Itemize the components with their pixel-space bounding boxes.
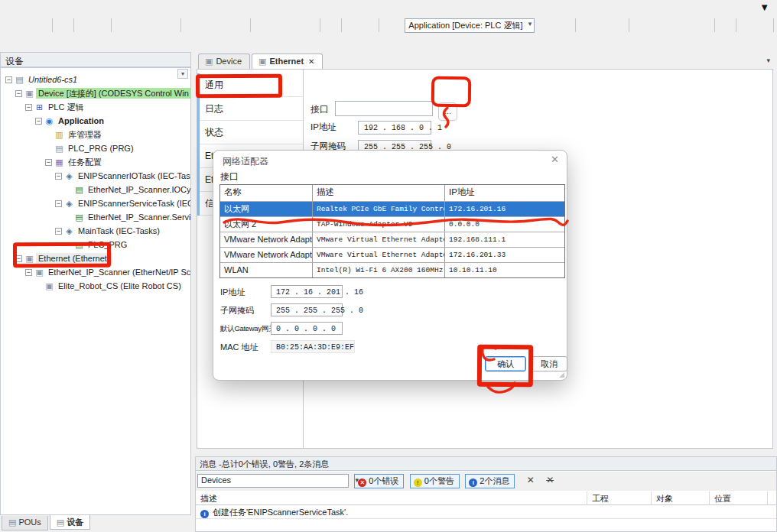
editor-tab[interactable]: ▣Ethernet✕: [252, 54, 323, 69]
paste-icon[interactable]: [146, 18, 162, 34]
clear-message-icon[interactable]: ✕: [527, 474, 535, 485]
tree-item[interactable]: −▣Device [连接的] (CODESYS Control Win V3 x…: [1, 86, 191, 100]
tree-item[interactable]: −▦任务配置: [1, 155, 191, 169]
expand-toggle-icon[interactable]: −: [55, 228, 62, 235]
tree-item[interactable]: −▤PLC_PRG (PRG): [1, 141, 191, 155]
find-icon[interactable]: [184, 18, 200, 34]
close-icon[interactable]: ✕: [551, 154, 559, 165]
logout-icon[interactable]: [557, 18, 573, 34]
close-icon[interactable]: ✕: [308, 57, 314, 66]
panel-bottom-tab[interactable]: ▤POUs: [2, 516, 48, 530]
tree-item[interactable]: −⊞PLC 逻辑: [1, 100, 191, 114]
expand-toggle-icon[interactable]: −: [25, 104, 32, 111]
menu-item[interactable]: [55, 0, 73, 15]
save-icon[interactable]: [34, 18, 50, 34]
open-file-icon[interactable]: [18, 18, 34, 34]
bookmark-prev-icon[interactable]: [269, 18, 285, 34]
confirm-button[interactable]: 确认: [485, 356, 526, 371]
separator[interactable]: [773, 18, 774, 32]
separator[interactable]: [629, 18, 629, 32]
warnings-filter-button[interactable]: !0个警告: [410, 474, 460, 488]
tree-item[interactable]: −◉Application: [1, 114, 191, 128]
undo-icon[interactable]: [76, 18, 93, 34]
breakpoint-tools-icon[interactable]: [610, 18, 626, 34]
resize-grip[interactable]: ◢: [559, 371, 564, 378]
以太网 2[interactable]: 以太网 2TAP-Windows Adapter V90.0.0.0: [220, 216, 564, 232]
message-row[interactable]: i创建任务'ENIPScannerServiceTask'.: [196, 506, 776, 519]
top-right-dropdown-icon[interactable]: ▼: [759, 2, 769, 13]
field-value[interactable]: 192 . 168 . 0 . 1: [358, 121, 431, 135]
stop-icon[interactable]: [594, 18, 610, 34]
separator[interactable]: [379, 18, 379, 32]
bookmark-clear-icon[interactable]: [301, 18, 317, 34]
new-object-icon[interactable]: [360, 18, 376, 34]
expand-toggle-icon[interactable]: −: [35, 118, 42, 125]
separator[interactable]: [341, 18, 342, 32]
run-to-cursor-icon[interactable]: [680, 18, 696, 34]
WLAN[interactable]: WLANIntel(R) Wi-Fi 6 AX200 160MHz10.10.1…: [220, 262, 564, 277]
tree-item[interactable]: −▤EtherNet_IP_Scanner.ServiceCycle: [1, 210, 191, 224]
reset-icon[interactable]: [696, 18, 712, 34]
VMware Network Adapter VMnet1[interactable]: VMware Network Adapter VMnet1VMware Virt…: [220, 232, 564, 247]
tree-item[interactable]: −◈MainTask (IEC-Tasks): [1, 224, 191, 238]
editor-side-tab[interactable]: 通用: [197, 73, 303, 97]
redo-icon[interactable]: [93, 18, 109, 34]
menu-item[interactable]: [37, 0, 55, 15]
new-file-icon[interactable]: [2, 18, 18, 34]
separator[interactable]: [714, 18, 715, 32]
print-icon[interactable]: [55, 18, 71, 34]
panel-bottom-tab[interactable]: ▤设备: [50, 515, 90, 530]
expand-toggle-icon[interactable]: −: [15, 90, 22, 97]
expand-toggle-icon[interactable]: −: [5, 76, 12, 83]
tab-overflow-dropdown-icon[interactable]: ▾: [766, 57, 770, 64]
window-layout-icon[interactable]: [323, 18, 339, 34]
expand-toggle-icon[interactable]: −: [55, 173, 62, 180]
menu-item[interactable]: [165, 0, 184, 15]
separator[interactable]: [736, 18, 736, 32]
editor-side-tab[interactable]: 日志: [197, 97, 303, 121]
expand-toggle-icon[interactable]: −: [55, 200, 62, 207]
copy-icon[interactable]: [130, 18, 146, 34]
interface-browse-button[interactable]: ...: [438, 102, 457, 121]
cancel-button[interactable]: 取消: [531, 356, 567, 371]
menu-item[interactable]: [73, 0, 92, 15]
menu-item[interactable]: [92, 0, 110, 15]
replace-in-project-icon[interactable]: [232, 18, 248, 34]
tree-item[interactable]: −▣Elite_Robot_CS (Elite Robot CS): [1, 279, 191, 293]
login-icon[interactable]: [541, 18, 557, 34]
expand-toggle-icon[interactable]: −: [15, 255, 22, 262]
step-over-icon[interactable]: [632, 18, 648, 34]
find-in-project-icon[interactable]: [216, 18, 232, 34]
errors-filter-button[interactable]: ✕0个错误: [354, 474, 404, 488]
menu-item[interactable]: [18, 0, 37, 15]
separator[interactable]: [575, 18, 576, 32]
menu-item[interactable]: [0, 0, 18, 15]
clear-all-messages-icon[interactable]: ✕: [546, 474, 554, 485]
tree-item[interactable]: −◈ENIPScannerServiceTask (IEC-Tasks): [1, 196, 191, 210]
separator[interactable]: [320, 18, 320, 32]
expand-toggle-icon[interactable]: −: [25, 269, 32, 276]
tree-item[interactable]: −▣EtherNet_IP_Scanner (EtherNet/IP Scann…: [1, 265, 191, 279]
tree-item[interactable]: −◈ENIPScannerIOTask (IEC-Tasks): [1, 169, 191, 183]
menu-item[interactable]: [147, 0, 165, 15]
editor-side-tab[interactable]: 状态: [197, 121, 303, 144]
separator[interactable]: [180, 18, 181, 32]
separator[interactable]: [250, 18, 251, 32]
expand-toggle-icon[interactable]: −: [45, 159, 52, 166]
step-out-icon[interactable]: [664, 18, 680, 34]
以太网[interactable]: 以太网Realtek PCIe GbE Family Controller172…: [220, 201, 564, 216]
quick-replace-icon[interactable]: [200, 18, 216, 34]
separator[interactable]: [52, 18, 53, 32]
tree-item[interactable]: −▤EtherNet_IP_Scanner.IOCycle: [1, 183, 191, 196]
editor-tab[interactable]: ▣Device: [198, 54, 250, 69]
messages-filter-button[interactable]: i2个消息: [465, 474, 515, 488]
bookmark-next-icon[interactable]: [285, 18, 301, 34]
force-values-icon[interactable]: [739, 18, 755, 34]
menu-item[interactable]: [128, 0, 147, 15]
delete-icon[interactable]: [162, 18, 178, 34]
interface-input[interactable]: [335, 101, 433, 116]
separator[interactable]: [111, 18, 112, 32]
build-icon[interactable]: [382, 18, 398, 34]
start-icon[interactable]: [578, 18, 594, 34]
active-application-selector[interactable]: Application [Device: PLC 逻辑] ▾: [405, 18, 535, 33]
